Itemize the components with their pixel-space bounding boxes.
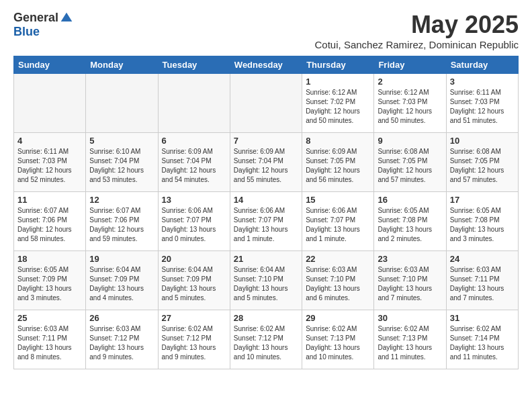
- month-title: May 2025: [315, 11, 519, 39]
- day-cell: 27Sunrise: 6:02 AM Sunset: 7:12 PM Dayli…: [158, 310, 230, 369]
- day-header-monday: Monday: [86, 56, 158, 74]
- logo: General Blue: [13, 11, 73, 39]
- day-number: 15: [306, 195, 370, 205]
- subtitle: Cotui, Sanchez Ramirez, Dominican Republ…: [315, 39, 519, 50]
- day-number: 12: [89, 195, 154, 205]
- day-number: 1: [306, 77, 370, 87]
- day-cell: 4Sunrise: 6:11 AM Sunset: 7:03 PM Daylig…: [14, 133, 86, 192]
- day-header-thursday: Thursday: [302, 56, 374, 74]
- day-cell: [14, 74, 86, 133]
- day-cell: 5Sunrise: 6:10 AM Sunset: 7:04 PM Daylig…: [86, 133, 158, 192]
- day-info: Sunrise: 6:11 AM Sunset: 7:03 PM Dayligh…: [450, 88, 515, 126]
- day-number: 31: [450, 313, 515, 323]
- day-header-friday: Friday: [374, 56, 446, 74]
- day-number: 24: [450, 254, 515, 264]
- logo-icon: [60, 11, 73, 25]
- day-number: 3: [450, 77, 515, 87]
- day-info: Sunrise: 6:02 AM Sunset: 7:12 PM Dayligh…: [162, 324, 226, 362]
- day-number: 19: [89, 254, 154, 264]
- day-info: Sunrise: 6:03 AM Sunset: 7:12 PM Dayligh…: [89, 324, 154, 362]
- day-info: Sunrise: 6:04 AM Sunset: 7:10 PM Dayligh…: [234, 265, 298, 303]
- day-number: 5: [89, 136, 154, 146]
- day-info: Sunrise: 6:05 AM Sunset: 7:09 PM Dayligh…: [17, 265, 82, 303]
- day-number: 16: [378, 195, 442, 205]
- week-row-1: 1Sunrise: 6:12 AM Sunset: 7:02 PM Daylig…: [14, 74, 519, 133]
- day-cell: 8Sunrise: 6:09 AM Sunset: 7:05 PM Daylig…: [302, 133, 374, 192]
- day-info: Sunrise: 6:07 AM Sunset: 7:06 PM Dayligh…: [17, 206, 82, 244]
- day-cell: 29Sunrise: 6:02 AM Sunset: 7:13 PM Dayli…: [302, 310, 374, 369]
- day-cell: 14Sunrise: 6:06 AM Sunset: 7:07 PM Dayli…: [230, 192, 302, 251]
- day-info: Sunrise: 6:06 AM Sunset: 7:07 PM Dayligh…: [162, 206, 226, 244]
- day-cell: 21Sunrise: 6:04 AM Sunset: 7:10 PM Dayli…: [230, 251, 302, 310]
- day-info: Sunrise: 6:02 AM Sunset: 7:13 PM Dayligh…: [378, 324, 442, 362]
- week-row-3: 11Sunrise: 6:07 AM Sunset: 7:06 PM Dayli…: [14, 192, 519, 251]
- day-cell: 18Sunrise: 6:05 AM Sunset: 7:09 PM Dayli…: [14, 251, 86, 310]
- day-info: Sunrise: 6:12 AM Sunset: 7:03 PM Dayligh…: [378, 88, 442, 126]
- day-header-saturday: Saturday: [446, 56, 518, 74]
- day-cell: 15Sunrise: 6:06 AM Sunset: 7:07 PM Dayli…: [302, 192, 374, 251]
- svg-marker-0: [61, 12, 73, 21]
- day-number: 9: [378, 136, 442, 146]
- day-cell: 25Sunrise: 6:03 AM Sunset: 7:11 PM Dayli…: [14, 310, 86, 369]
- day-cell: 17Sunrise: 6:05 AM Sunset: 7:08 PM Dayli…: [446, 192, 518, 251]
- day-info: Sunrise: 6:08 AM Sunset: 7:05 PM Dayligh…: [450, 147, 515, 185]
- day-cell: 30Sunrise: 6:02 AM Sunset: 7:13 PM Dayli…: [374, 310, 446, 369]
- day-info: Sunrise: 6:10 AM Sunset: 7:04 PM Dayligh…: [89, 147, 154, 185]
- day-cell: 12Sunrise: 6:07 AM Sunset: 7:06 PM Dayli…: [86, 192, 158, 251]
- day-cell: 28Sunrise: 6:02 AM Sunset: 7:12 PM Dayli…: [230, 310, 302, 369]
- day-info: Sunrise: 6:11 AM Sunset: 7:03 PM Dayligh…: [17, 147, 82, 185]
- day-cell: 3Sunrise: 6:11 AM Sunset: 7:03 PM Daylig…: [446, 74, 518, 133]
- day-info: Sunrise: 6:06 AM Sunset: 7:07 PM Dayligh…: [306, 206, 370, 244]
- day-info: Sunrise: 6:02 AM Sunset: 7:13 PM Dayligh…: [306, 324, 370, 362]
- day-cell: 10Sunrise: 6:08 AM Sunset: 7:05 PM Dayli…: [446, 133, 518, 192]
- day-info: Sunrise: 6:03 AM Sunset: 7:11 PM Dayligh…: [17, 324, 82, 362]
- day-cell: 11Sunrise: 6:07 AM Sunset: 7:06 PM Dayli…: [14, 192, 86, 251]
- day-info: Sunrise: 6:05 AM Sunset: 7:08 PM Dayligh…: [450, 206, 515, 244]
- day-cell: 16Sunrise: 6:05 AM Sunset: 7:08 PM Dayli…: [374, 192, 446, 251]
- day-cell: 9Sunrise: 6:08 AM Sunset: 7:05 PM Daylig…: [374, 133, 446, 192]
- day-number: 30: [378, 313, 442, 323]
- day-number: 25: [17, 313, 82, 323]
- day-number: 4: [17, 136, 82, 146]
- logo-blue: Blue: [13, 25, 40, 39]
- day-cell: 19Sunrise: 6:04 AM Sunset: 7:09 PM Dayli…: [86, 251, 158, 310]
- day-cell: 24Sunrise: 6:03 AM Sunset: 7:11 PM Dayli…: [446, 251, 518, 310]
- day-cell: 31Sunrise: 6:02 AM Sunset: 7:14 PM Dayli…: [446, 310, 518, 369]
- day-cell: 6Sunrise: 6:09 AM Sunset: 7:04 PM Daylig…: [158, 133, 230, 192]
- day-info: Sunrise: 6:09 AM Sunset: 7:05 PM Dayligh…: [306, 147, 370, 185]
- day-number: 20: [162, 254, 226, 264]
- day-info: Sunrise: 6:03 AM Sunset: 7:10 PM Dayligh…: [306, 265, 370, 303]
- day-header-sunday: Sunday: [14, 56, 86, 74]
- day-number: 8: [306, 136, 370, 146]
- day-cell: 23Sunrise: 6:03 AM Sunset: 7:10 PM Dayli…: [374, 251, 446, 310]
- day-number: 14: [234, 195, 298, 205]
- day-info: Sunrise: 6:03 AM Sunset: 7:10 PM Dayligh…: [378, 265, 442, 303]
- day-number: 7: [234, 136, 298, 146]
- calendar: SundayMondayTuesdayWednesdayThursdayFrid…: [13, 56, 519, 369]
- day-number: 21: [234, 254, 298, 264]
- day-cell: [230, 74, 302, 133]
- day-number: 10: [450, 136, 515, 146]
- day-info: Sunrise: 6:04 AM Sunset: 7:09 PM Dayligh…: [162, 265, 226, 303]
- title-area: May 2025 Cotui, Sanchez Ramirez, Dominic…: [315, 11, 519, 50]
- logo-general: General: [13, 11, 58, 25]
- day-number: 11: [17, 195, 82, 205]
- day-number: 29: [306, 313, 370, 323]
- day-number: 23: [378, 254, 442, 264]
- day-header-tuesday: Tuesday: [158, 56, 230, 74]
- week-row-4: 18Sunrise: 6:05 AM Sunset: 7:09 PM Dayli…: [14, 251, 519, 310]
- day-number: 6: [162, 136, 226, 146]
- week-row-5: 25Sunrise: 6:03 AM Sunset: 7:11 PM Dayli…: [14, 310, 519, 369]
- day-cell: 13Sunrise: 6:06 AM Sunset: 7:07 PM Dayli…: [158, 192, 230, 251]
- day-cell: 26Sunrise: 6:03 AM Sunset: 7:12 PM Dayli…: [86, 310, 158, 369]
- day-cell: 2Sunrise: 6:12 AM Sunset: 7:03 PM Daylig…: [374, 74, 446, 133]
- day-number: 2: [378, 77, 442, 87]
- day-cell: [86, 74, 158, 133]
- day-header-wednesday: Wednesday: [230, 56, 302, 74]
- day-info: Sunrise: 6:12 AM Sunset: 7:02 PM Dayligh…: [306, 88, 370, 126]
- day-number: 28: [234, 313, 298, 323]
- day-info: Sunrise: 6:02 AM Sunset: 7:12 PM Dayligh…: [234, 324, 298, 362]
- day-info: Sunrise: 6:07 AM Sunset: 7:06 PM Dayligh…: [89, 206, 154, 244]
- day-info: Sunrise: 6:08 AM Sunset: 7:05 PM Dayligh…: [378, 147, 442, 185]
- day-number: 13: [162, 195, 226, 205]
